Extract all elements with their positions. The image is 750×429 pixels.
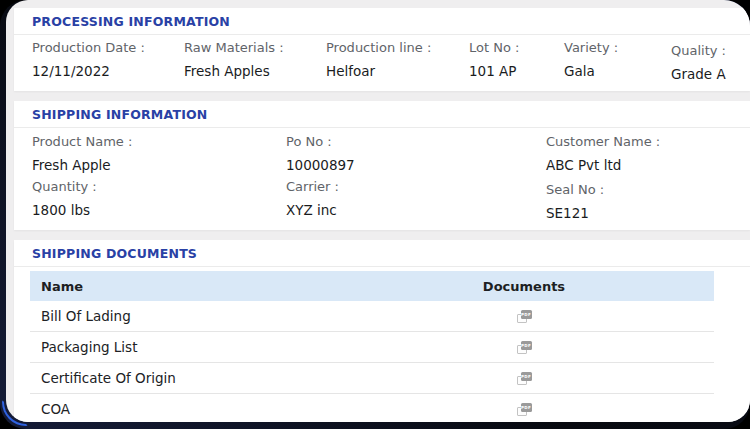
table-row-packaging-list: Packaging List PDF [30, 332, 714, 363]
documents-table: Name Documents Bill Of Lading PDF Packag… [30, 271, 714, 422]
pdf-badge-icon: PDF [521, 372, 532, 381]
field-production-date: Production Date : 12/11/2022 [32, 40, 184, 83]
field-product-name: Product Name : Fresh Apple [32, 134, 286, 174]
document-name: Bill Of Lading [30, 308, 334, 324]
document-cell: PDF [334, 340, 714, 354]
field-value: Gala [564, 63, 671, 80]
document-name: COA [30, 401, 334, 417]
field-customer-name: Customer Name : ABC Pvt ltd [546, 134, 732, 174]
field-label: Variety : [564, 40, 671, 56]
shipping-fields: Product Name : Fresh Apple Po No : 10000… [14, 128, 750, 230]
document-cell: PDF [334, 371, 714, 385]
field-label: Production line : [326, 40, 469, 56]
field-po-no: Po No : 10000897 [286, 134, 546, 174]
document-cell: PDF [334, 309, 714, 323]
field-label: Product Name : [32, 134, 286, 150]
field-value: Fresh Apple [32, 157, 286, 174]
field-value: Grade A [671, 66, 732, 83]
field-label: Raw Materials : [184, 40, 326, 56]
field-label: Production Date : [32, 40, 184, 56]
field-value: 12/11/2022 [32, 63, 184, 80]
field-value: 10000897 [286, 157, 546, 174]
pdf-document-icon[interactable]: PDF [517, 402, 532, 416]
field-production-line: Production line : Helfoar [326, 40, 469, 83]
field-raw-materials: Raw Materials : Fresh Apples [184, 40, 326, 83]
pdf-badge-icon: PDF [521, 310, 532, 319]
shipping-information-title: SHIPPING INFORMATION [14, 101, 750, 128]
document-name: Certificate Of Origin [30, 370, 334, 386]
field-label: Carrier : [286, 179, 546, 195]
field-label: Quality : [671, 43, 732, 59]
app-window: PROCESSING INFORMATION Production Date :… [0, 0, 750, 429]
field-value: ABC Pvt ltd [546, 157, 732, 174]
table-row-coa: COA PDF [30, 394, 714, 422]
field-lot-no: Lot No : 101 AP [469, 40, 564, 83]
pdf-document-icon[interactable]: PDF [517, 371, 532, 385]
page-background: PROCESSING INFORMATION Production Date :… [6, 0, 750, 422]
field-label: Po No : [286, 134, 546, 150]
processing-information-card: PROCESSING INFORMATION Production Date :… [14, 8, 750, 91]
field-variety: Variety : Gala [564, 40, 671, 83]
pdf-badge-icon: PDF [521, 403, 532, 412]
shipping-information-card: SHIPPING INFORMATION Product Name : Fres… [14, 101, 750, 230]
shipping-documents-title: SHIPPING DOCUMENTS [14, 240, 750, 267]
field-carrier: Carrier : XYZ inc [286, 179, 546, 222]
table-row-bill-of-lading: Bill Of Lading PDF [30, 301, 714, 332]
pdf-document-icon[interactable]: PDF [517, 340, 532, 354]
field-quantity: Quantity : 1800 lbs [32, 179, 286, 222]
documents-table-header: Name Documents [30, 271, 714, 301]
field-label: Lot No : [469, 40, 564, 56]
field-value: SE121 [546, 205, 732, 222]
field-value: 1800 lbs [32, 202, 286, 219]
document-name: Packaging List [30, 339, 334, 355]
field-value: 101 AP [469, 63, 564, 80]
pdf-badge-icon: PDF [521, 341, 532, 350]
field-value: Helfoar [326, 63, 469, 80]
pdf-document-icon[interactable]: PDF [517, 309, 532, 323]
column-header-name: Name [30, 279, 334, 294]
shipping-documents-card: SHIPPING DOCUMENTS Name Documents Bill O… [14, 240, 750, 422]
field-value: XYZ inc [286, 202, 546, 219]
processing-fields: Production Date : 12/11/2022 Raw Materia… [14, 35, 750, 91]
table-row-certificate-of-origin: Certificate Of Origin PDF [30, 363, 714, 394]
field-label: Customer Name : [546, 134, 732, 150]
field-value: Fresh Apples [184, 63, 326, 80]
document-cell: PDF [334, 402, 714, 416]
field-label: Quantity : [32, 179, 286, 195]
field-seal-no: Seal No : SE121 [546, 179, 732, 222]
field-quality: Quality : Grade A [671, 40, 732, 83]
column-header-documents: Documents [334, 279, 714, 294]
field-label: Seal No : [546, 182, 732, 198]
processing-information-title: PROCESSING INFORMATION [14, 8, 750, 35]
